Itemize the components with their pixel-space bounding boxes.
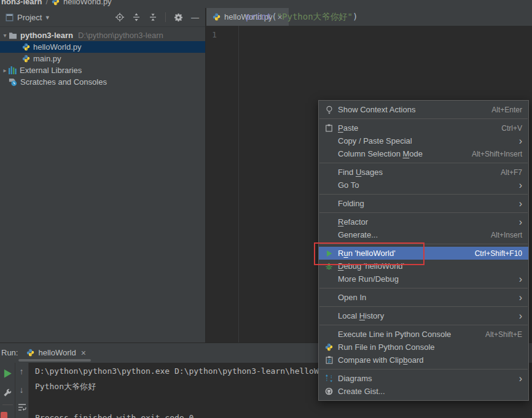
console-gutter: ↑ ↓	[15, 363, 29, 418]
settings-wrench-icon[interactable]	[3, 389, 12, 397]
tree-item-main-py[interactable]: main.py	[0, 53, 205, 64]
caret-expanded-icon[interactable]: ▾	[1, 32, 9, 39]
settings-gear-icon[interactable]	[174, 13, 183, 22]
menu-separator	[319, 163, 528, 163]
menu-separator	[319, 325, 528, 325]
tree-item-helloworld-py[interactable]: helloWorld.py	[0, 41, 205, 53]
menu-separator	[319, 306, 528, 307]
menu-item-open-in[interactable]: Open In›	[319, 291, 528, 304]
project-panel-title[interactable]: Project	[17, 13, 42, 22]
compare-icon	[324, 355, 334, 365]
tree-item-scratches-and-consoles[interactable]: Scratches and Consoles	[0, 76, 205, 88]
editor-context-menu: Show Context ActionsAlt+EnterPasteCtrl+V…	[318, 100, 529, 401]
code-token: )	[353, 12, 358, 21]
menu-item-run-file-in-python-console[interactable]: Run File in Python Console	[319, 341, 528, 354]
toolbar-divider	[165, 12, 166, 22]
tree-item-external-libraries[interactable]: ▸External Libraries	[0, 64, 205, 76]
chevron-down-icon[interactable]: ▾	[45, 14, 49, 21]
tree-item-label: main.py	[33, 54, 61, 63]
menu-item-label: Create Gist...	[338, 387, 385, 396]
submenu-arrow-icon: ›	[519, 376, 522, 382]
submenu-arrow-icon: ›	[519, 313, 522, 319]
title-separator: /	[45, 0, 48, 6]
menu-item-label: Find Usages	[338, 168, 383, 177]
menu-item-shortcut: Ctrl+Shift+F10	[475, 249, 522, 258]
menu-item-label: More Run/Debug	[338, 274, 399, 284]
menu-item-execute-line-in-python-console[interactable]: Execute Line in Python ConsoleAlt+Shift+…	[319, 328, 528, 341]
menu-item-go-to[interactable]: Go To›	[319, 179, 528, 192]
menu-item-more-run-debug[interactable]: More Run/Debug›	[319, 273, 528, 285]
menu-item-compare-with-clipboard[interactable]: Compare with Clipboard	[319, 354, 528, 366]
expand-all-icon[interactable]	[132, 13, 141, 21]
tree-item-label: helloWorld.py	[33, 42, 82, 52]
menu-icon-spacer	[324, 217, 334, 227]
menu-icon-spacer	[324, 180, 334, 190]
tree-item-label: python3-learn	[20, 31, 73, 40]
menu-icon-spacer	[324, 136, 334, 146]
console-line: Process finished with exit code 0	[35, 413, 194, 418]
menu-item-shortcut: Alt+Shift+Insert	[472, 150, 522, 158]
menu-item-label: Column Selection Mode	[338, 149, 423, 158]
submenu-arrow-icon: ›	[519, 219, 522, 225]
window-title-bar: hon3-learn / helloWorld.py	[0, 0, 532, 8]
menu-item-run-helloworld[interactable]: Run 'helloWorld'Ctrl+Shift+F10	[319, 247, 528, 260]
collapse-all-icon[interactable]	[149, 13, 157, 21]
library-icon	[9, 66, 17, 74]
menu-item-paste[interactable]: PasteCtrl+V	[319, 122, 528, 134]
menu-item-label: Folding	[338, 199, 364, 208]
tree-item-label: External Libraries	[20, 66, 82, 75]
menu-item-folding[interactable]: Folding›	[319, 197, 528, 210]
menu-icon-spacer	[324, 311, 334, 321]
locate-file-icon[interactable]	[115, 13, 124, 21]
menu-separator	[319, 244, 528, 244]
menu-item-generate[interactable]: Generate...Alt+Insert	[319, 228, 528, 241]
python-icon	[22, 43, 30, 51]
menu-icon-spacer	[324, 293, 334, 303]
arrow-up-icon[interactable]: ↑	[17, 366, 26, 376]
menu-separator	[319, 369, 528, 370]
menu-item-label: Paste	[338, 123, 358, 133]
stop-icon-partial[interactable]	[1, 412, 7, 418]
python-file-icon	[213, 13, 221, 21]
project-tool-window: Project ▾ — ▾python3-learnD:\python\pyth…	[0, 8, 206, 343]
menu-item-find-usages[interactable]: Find UsagesAlt+F7	[319, 166, 528, 179]
menu-item-shortcut: Alt+Shift+E	[485, 330, 522, 339]
menu-item-label: Show Context Actions	[338, 105, 415, 114]
menu-item-debug-helloworld[interactable]: Debug 'helloWorld'	[319, 260, 528, 273]
menu-item-create-gist[interactable]: Create Gist...	[319, 385, 528, 398]
menu-item-label: Diagrams	[338, 374, 372, 383]
code-line: print("Python大爷你好")	[246, 12, 358, 23]
menu-item-refactor[interactable]: Refactor›	[319, 215, 528, 228]
run-icon	[324, 249, 334, 258]
hide-panel-icon[interactable]: —	[191, 13, 199, 22]
rerun-play-icon[interactable]	[3, 369, 12, 378]
menu-item-label: Execute Line in Python Console	[338, 330, 451, 339]
python-icon	[324, 343, 334, 352]
tree-item-label: Scratches and Consoles	[20, 77, 107, 87]
menu-icon-spacer	[324, 274, 334, 284]
menu-item-label: Local History	[338, 311, 384, 320]
menu-item-show-context-actions[interactable]: Show Context ActionsAlt+Enter	[319, 103, 528, 116]
close-icon[interactable]: ×	[81, 348, 86, 358]
menu-item-diagrams[interactable]: Diagrams›	[319, 372, 528, 385]
menu-item-local-history[interactable]: Local History›	[319, 309, 528, 322]
arrow-down-icon[interactable]: ↓	[17, 385, 26, 395]
code-token: "Python大爷你好"	[277, 12, 353, 21]
python-file-icon	[26, 349, 34, 357]
soft-wrap-icon[interactable]	[18, 403, 26, 411]
menu-item-column-selection-mode[interactable]: Column Selection ModeAlt+Shift+Insert	[319, 147, 528, 160]
menu-item-label: Refactor	[338, 217, 368, 226]
submenu-arrow-icon: ›	[519, 138, 522, 144]
submenu-arrow-icon: ›	[519, 276, 522, 282]
menu-item-copy-paste-special[interactable]: Copy / Paste Special›	[319, 134, 528, 147]
project-panel-header: Project ▾ —	[0, 8, 205, 27]
console-line: Python大爷你好	[35, 381, 96, 392]
debug-icon	[324, 261, 334, 271]
menu-item-shortcut: Ctrl+V	[501, 124, 522, 133]
run-tab-helloworld[interactable]: helloWorld ×	[26, 348, 85, 358]
menu-item-label: Go To	[338, 180, 359, 190]
caret-collapsed-icon[interactable]: ▸	[1, 67, 9, 74]
tree-item-python3-learn[interactable]: ▾python3-learnD:\python\python3-learn	[0, 29, 205, 41]
menu-item-shortcut: Alt+Insert	[491, 231, 522, 239]
menu-icon-spacer	[324, 330, 334, 339]
